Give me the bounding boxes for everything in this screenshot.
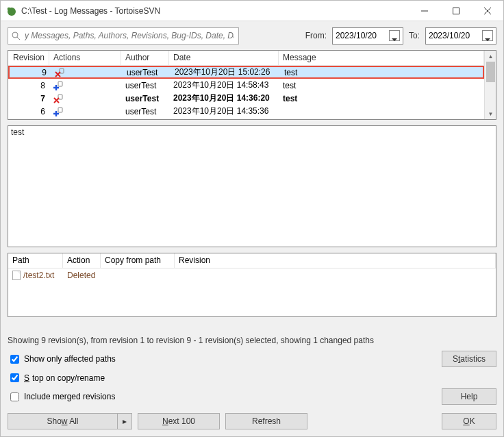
statistics-button[interactable]: Statistics	[442, 351, 496, 367]
app-window: C:\Test - Log Messages - TortoiseSVN Fro…	[0, 0, 504, 437]
to-label: To:	[409, 31, 420, 40]
scroll-up-icon[interactable]: ▲	[485, 51, 496, 62]
search-box[interactable]	[8, 27, 239, 45]
col-message[interactable]: Message	[279, 51, 484, 65]
calendar-icon[interactable]	[389, 30, 400, 41]
col-copy[interactable]: Copy from path	[101, 253, 175, 268]
calendar-icon[interactable]	[482, 30, 493, 41]
delete-icon	[53, 94, 63, 103]
message-box[interactable]: test	[8, 125, 496, 247]
svg-point-1	[8, 7, 11, 10]
show-all-button[interactable]: Show All ▸	[8, 413, 132, 429]
scrollbar[interactable]: ▲▼	[484, 51, 496, 119]
path-row[interactable]: /test2.txtDeleted	[8, 269, 496, 282]
svg-rect-11	[58, 82, 62, 86]
svg-rect-3	[453, 8, 459, 14]
show-all-dropdown[interactable]: ▸	[117, 413, 132, 429]
toolbar: From: 2023/10/20 To: 2023/10/20	[1, 21, 503, 50]
col-actions[interactable]: Actions	[49, 51, 121, 65]
revisions-header: Revision Actions Author Date Message	[8, 51, 484, 66]
col-action[interactable]: Action	[63, 253, 101, 268]
chk-affected[interactable]: Show only affected paths	[8, 353, 116, 366]
scroll-down-icon[interactable]: ▼	[485, 108, 496, 119]
revision-row[interactable]: 6userTest2023年10月20日 14:35:36	[8, 105, 484, 118]
revision-row[interactable]: 7userTest2023年10月20日 14:36:20test	[8, 92, 484, 105]
add-icon	[53, 107, 63, 116]
from-date[interactable]: 2023/10/20	[332, 27, 403, 45]
search-input[interactable]	[23, 30, 236, 41]
svg-line-7	[17, 37, 20, 40]
maximize-button[interactable]	[440, 1, 472, 21]
paths-header: Path Action Copy from path Revision	[8, 253, 496, 269]
revisions-grid[interactable]: Revision Actions Author Date Message 9us…	[8, 50, 496, 120]
help-button[interactable]: Help	[442, 388, 496, 405]
from-label: From:	[305, 31, 327, 40]
delete-icon	[55, 68, 64, 77]
file-icon	[12, 271, 21, 280]
chk-merged[interactable]: Include merged revisions	[8, 390, 115, 403]
col-revision[interactable]: Revision	[8, 51, 49, 65]
revision-row[interactable]: 9userTest2023年10月20日 15:02:26test	[8, 66, 484, 79]
next-100-button[interactable]: Next 100	[138, 413, 220, 429]
col-revision2[interactable]: Revision	[175, 253, 496, 268]
paths-grid[interactable]: Path Action Copy from path Revision /tes…	[8, 253, 496, 317]
minimize-button[interactable]	[409, 1, 440, 21]
revision-row[interactable]: 8userTest2023年10月20日 14:58:43test	[8, 79, 484, 92]
scroll-thumb[interactable]	[486, 62, 495, 82]
col-author[interactable]: Author	[121, 51, 169, 65]
close-button[interactable]	[472, 1, 503, 21]
col-date[interactable]: Date	[169, 51, 279, 65]
svg-point-6	[12, 32, 18, 38]
search-icon	[11, 31, 21, 40]
ok-button[interactable]: OK	[442, 413, 496, 429]
refresh-button[interactable]: Refresh	[225, 413, 307, 429]
to-date[interactable]: 2023/10/20	[425, 27, 496, 45]
window-title: C:\Test - Log Messages - TortoiseSVN	[21, 6, 409, 16]
col-path[interactable]: Path	[8, 253, 63, 268]
status-text: Showing 9 revision(s), from revision 1 t…	[8, 336, 496, 345]
titlebar: C:\Test - Log Messages - TortoiseSVN	[1, 1, 503, 21]
svg-rect-17	[58, 108, 62, 112]
app-icon	[6, 5, 17, 16]
chk-stop[interactable]: Stop on copy/rename	[8, 371, 105, 384]
add-icon	[53, 81, 63, 90]
footer: Showing 9 revision(s), from revision 1 t…	[1, 332, 503, 436]
